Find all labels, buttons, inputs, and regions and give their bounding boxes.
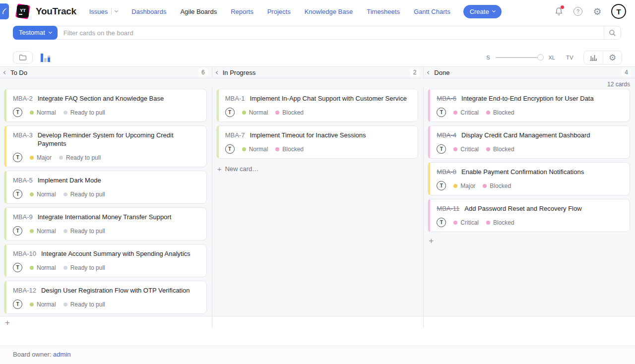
help-button[interactable]: ?: [572, 6, 583, 17]
card-id[interactable]: MBA-5: [13, 176, 33, 184]
state-field[interactable]: Ready to pull: [64, 264, 105, 271]
board-card[interactable]: MBA-9Integrate International Money Trans…: [4, 207, 207, 241]
state-field[interactable]: Ready to pull: [64, 191, 105, 198]
card-title[interactable]: Develop Reminder System for Upcoming Cre…: [38, 131, 200, 148]
state-field[interactable]: Blocked: [486, 146, 514, 153]
board-card[interactable]: MBA-2Integrate FAQ Section and Knowledge…: [4, 89, 207, 122]
nav-item-dashboards[interactable]: Dashboards: [131, 8, 166, 15]
nav-item-reports[interactable]: Reports: [231, 8, 254, 15]
assignee-avatar[interactable]: T: [13, 153, 22, 162]
search-button[interactable]: [604, 26, 621, 39]
tv-mode-button[interactable]: TV: [566, 55, 573, 61]
assignee-avatar[interactable]: T: [437, 181, 446, 190]
create-button[interactable]: Create: [463, 5, 502, 18]
card-title[interactable]: Implement Timeout for Inactive Sessions: [250, 131, 366, 139]
state-field[interactable]: Blocked: [483, 182, 511, 189]
card-title[interactable]: Design User Registration Flow with OTP V…: [41, 286, 190, 295]
board-card[interactable]: MBA-3Develop Reminder System for Upcomin…: [4, 125, 207, 167]
board-card[interactable]: MBA-4Display Credit Card Management Dash…: [428, 125, 630, 159]
priority-field[interactable]: Normal: [30, 301, 56, 308]
project-selector-button[interactable]: Testomat: [13, 26, 58, 40]
add-card-button[interactable]: +: [0, 317, 15, 327]
chevron-down-icon[interactable]: [115, 9, 118, 12]
card-title[interactable]: Integrate International Money Transfer S…: [38, 213, 172, 221]
board-card[interactable]: MBA-5Implement Dark ModeTNormalReady to …: [4, 171, 207, 204]
nav-item-agile-boards[interactable]: Agile Boards: [180, 8, 217, 15]
priority-field[interactable]: Normal: [242, 109, 268, 116]
card-title[interactable]: Enable Payment Confirmation Notification…: [461, 168, 584, 176]
new-card-button[interactable]: +New card…: [212, 162, 424, 173]
nav-item-projects[interactable]: Projects: [267, 8, 291, 15]
state-field[interactable]: Ready to pull: [64, 228, 105, 235]
nav-item-knowledge-base[interactable]: Knowledge Base: [305, 8, 353, 15]
board-card[interactable]: MBA-12Design User Registration Flow with…: [4, 281, 207, 314]
card-id[interactable]: MBA-1: [225, 94, 245, 103]
youtrack-logo-icon[interactable]: YT: [16, 4, 31, 19]
assignee-avatar[interactable]: T: [13, 108, 22, 117]
chart-view-toggle[interactable]: [41, 53, 50, 62]
assignee-avatar[interactable]: T: [13, 263, 22, 272]
priority-field[interactable]: Major: [30, 154, 52, 161]
user-avatar[interactable]: T: [611, 4, 626, 19]
nav-item-issues[interactable]: Issues: [89, 8, 118, 15]
column-name[interactable]: In Progress: [223, 69, 255, 76]
assignee-avatar[interactable]: T: [13, 300, 22, 309]
nav-item-timesheets[interactable]: Timesheets: [367, 8, 400, 15]
assignee-avatar[interactable]: T: [437, 218, 446, 227]
chart-button[interactable]: [584, 51, 603, 64]
filter-input[interactable]: [58, 29, 604, 37]
notifications-button[interactable]: [553, 6, 564, 17]
priority-field[interactable]: Critical: [453, 109, 479, 116]
state-field[interactable]: Blocked: [275, 146, 304, 153]
assignee-avatar[interactable]: T: [225, 108, 235, 117]
board-card[interactable]: MBA-8Enable Payment Confirmation Notific…: [428, 162, 630, 195]
sidebar-toggle[interactable]: [0, 3, 9, 19]
board-card[interactable]: MBA-1Implement In-App Chat Support with …: [216, 89, 419, 122]
board-card[interactable]: MBA-7Implement Timeout for Inactive Sess…: [216, 125, 419, 159]
priority-field[interactable]: Normal: [30, 191, 56, 198]
card-title[interactable]: Integrate End-to-End Encryption for User…: [461, 94, 594, 103]
board-card[interactable]: MBA-6Integrate End-to-End Encryption for…: [428, 89, 630, 122]
card-title[interactable]: Implement Dark Mode: [38, 176, 101, 184]
assignee-avatar[interactable]: T: [13, 189, 22, 199]
card-id[interactable]: MBA-12: [13, 286, 36, 295]
card-id[interactable]: MBA-7: [225, 131, 245, 139]
card-title[interactable]: Integrate Account Summary with Spending …: [41, 249, 190, 258]
collapse-column-icon[interactable]: [427, 70, 431, 74]
priority-field[interactable]: Normal: [30, 109, 56, 116]
collapse-column-icon[interactable]: [216, 70, 219, 74]
state-field[interactable]: Ready to pull: [59, 154, 101, 161]
priority-field[interactable]: Normal: [30, 228, 56, 235]
board-owner-link[interactable]: admin: [53, 351, 70, 358]
card-id[interactable]: MBA-8: [437, 168, 456, 176]
priority-field[interactable]: Normal: [30, 264, 56, 271]
saved-boards-button[interactable]: [13, 51, 33, 64]
card-id[interactable]: MBA-4: [437, 131, 456, 139]
priority-field[interactable]: Critical: [453, 219, 479, 226]
assignee-avatar[interactable]: T: [225, 144, 235, 154]
card-id[interactable]: MBA-11: [437, 204, 459, 213]
column-name[interactable]: Done: [434, 69, 449, 76]
card-id[interactable]: MBA-9: [13, 213, 33, 221]
state-field[interactable]: Ready to pull: [64, 301, 105, 308]
card-title[interactable]: Implement In-App Chat Support with Custo…: [250, 94, 406, 103]
assignee-avatar[interactable]: T: [437, 144, 446, 154]
priority-field[interactable]: Major: [453, 182, 475, 189]
card-id[interactable]: MBA-10: [13, 249, 36, 258]
settings-button[interactable]: ⚙: [592, 6, 603, 17]
state-field[interactable]: Blocked: [275, 109, 304, 116]
priority-field[interactable]: Critical: [453, 146, 479, 153]
assignee-avatar[interactable]: T: [437, 108, 446, 117]
collapse-column-icon[interactable]: [3, 70, 7, 74]
board-card[interactable]: MBA-10Integrate Account Summary with Spe…: [4, 244, 207, 277]
card-id[interactable]: MBA-2: [13, 94, 33, 103]
state-field[interactable]: Ready to pull: [64, 109, 105, 116]
card-title[interactable]: Add Password Reset and Recovery Flow: [464, 204, 581, 213]
card-size-slider[interactable]: [496, 54, 540, 61]
card-title[interactable]: Display Credit Card Management Dashboard: [461, 131, 590, 139]
card-title[interactable]: Integrate FAQ Section and Knowledge Base: [38, 94, 164, 103]
card-id[interactable]: MBA-3: [13, 131, 33, 139]
card-id[interactable]: MBA-6: [437, 94, 456, 103]
board-card[interactable]: MBA-11Add Password Reset and Recovery Fl…: [428, 199, 630, 232]
state-field[interactable]: Blocked: [486, 219, 514, 226]
